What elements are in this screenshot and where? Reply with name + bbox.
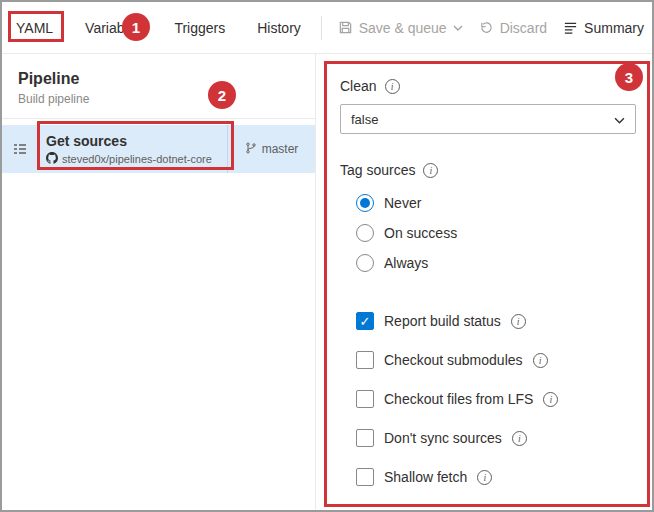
toolbar-divider: [321, 16, 322, 40]
github-icon: [46, 152, 58, 166]
repo-name: steved0x/pipelines-dotnet-core: [62, 153, 212, 165]
checkbox-checkout-files-from-lfs[interactable]: Checkout files from LFS: [356, 390, 636, 408]
checkbox-label: Don't sync sources: [384, 430, 502, 446]
info-icon[interactable]: [533, 353, 548, 368]
checkbox-label: Shallow fetch: [384, 469, 467, 485]
checkbox[interactable]: [356, 429, 374, 447]
tab-bar: YAML Variables Triggers History: [16, 20, 301, 36]
main-body: Pipeline Build pipeline Get sources: [2, 54, 652, 510]
clean-field-label: Clean: [340, 78, 636, 94]
radio-option-always[interactable]: Always: [356, 254, 636, 272]
get-sources-row[interactable]: Get sources steved0x/pipelines-dotnet-co…: [2, 125, 315, 173]
checkbox-report-build-status[interactable]: Report build status: [356, 312, 636, 330]
tab-variables[interactable]: Variables: [85, 20, 142, 36]
clean-dropdown[interactable]: false: [340, 104, 636, 134]
pipeline-title: Pipeline: [18, 70, 299, 88]
radio-button[interactable]: [356, 254, 374, 272]
tag-sources-label: Tag sources: [340, 162, 415, 178]
chevron-down-icon: [614, 112, 625, 127]
discard-button[interactable]: Discard: [479, 20, 547, 36]
save-and-queue-button[interactable]: Save & queue: [338, 20, 463, 36]
checkbox[interactable]: [356, 468, 374, 486]
info-icon[interactable]: [512, 431, 527, 446]
top-bar: YAML Variables Triggers History Save & q…: [2, 2, 652, 54]
summary-label: Summary: [584, 20, 644, 36]
checkbox[interactable]: [356, 390, 374, 408]
checkbox-label: Report build status: [384, 313, 501, 329]
chevron-down-icon: [453, 25, 463, 31]
radio-option-never[interactable]: Never: [356, 194, 636, 212]
save-icon: [338, 20, 353, 35]
pipeline-subtitle: Build pipeline: [18, 92, 299, 106]
tag-sources-radio-group: Never On success Always: [356, 194, 636, 272]
checkbox-label: Checkout submodules: [384, 352, 523, 368]
toolbar: Save & queue Discard: [321, 16, 644, 40]
info-icon[interactable]: [477, 470, 492, 485]
pipeline-editor-window: YAML Variables Triggers History Save & q…: [0, 0, 654, 512]
info-icon[interactable]: [511, 314, 526, 329]
info-icon[interactable]: [543, 392, 558, 407]
save-and-queue-label: Save & queue: [359, 20, 447, 36]
repo-line: steved0x/pipelines-dotnet-core: [46, 152, 227, 166]
get-sources-title: Get sources: [46, 133, 227, 149]
tab-history[interactable]: History: [257, 20, 301, 36]
checkbox-checkout-submodules[interactable]: Checkout submodules: [356, 351, 636, 369]
tag-sources-info-icon[interactable]: [423, 163, 438, 178]
radio-label: Never: [384, 195, 421, 211]
tab-yaml[interactable]: YAML: [16, 20, 53, 36]
clean-dropdown-value: false: [351, 112, 378, 127]
checkbox-shallow-fetch[interactable]: Shallow fetch: [356, 468, 636, 486]
radio-button[interactable]: [356, 224, 374, 242]
checkbox-dont-sync-sources[interactable]: Don't sync sources: [356, 429, 636, 447]
branch-name: master: [262, 142, 299, 156]
radio-button[interactable]: [356, 194, 374, 212]
summary-list-icon: [563, 20, 578, 35]
source-settings-panel: Clean false Tag sources Never: [316, 54, 652, 510]
checkbox[interactable]: [356, 312, 374, 330]
radio-label: Always: [384, 255, 428, 271]
clean-info-icon[interactable]: [385, 79, 400, 94]
pipeline-header: Pipeline Build pipeline: [2, 54, 315, 119]
radio-option-on-success[interactable]: On success: [356, 224, 636, 242]
checkbox-label: Checkout files from LFS: [384, 391, 533, 407]
checkbox[interactable]: [356, 351, 374, 369]
discard-label: Discard: [500, 20, 547, 36]
discard-icon: [479, 20, 494, 35]
get-sources-info: Get sources steved0x/pipelines-dotnet-co…: [38, 125, 227, 173]
tag-sources-field-label: Tag sources: [340, 162, 636, 178]
radio-label: On success: [384, 225, 457, 241]
tab-triggers[interactable]: Triggers: [174, 20, 225, 36]
branch-icon: [245, 142, 257, 157]
summary-button[interactable]: Summary: [563, 20, 644, 36]
clean-label: Clean: [340, 78, 377, 94]
pipeline-sidebar: Pipeline Build pipeline Get sources: [2, 54, 316, 510]
source-options-checkboxes: Report build status Checkout submodules …: [356, 312, 636, 486]
tasks-list-icon: [2, 125, 38, 173]
branch-selector[interactable]: master: [227, 125, 315, 173]
